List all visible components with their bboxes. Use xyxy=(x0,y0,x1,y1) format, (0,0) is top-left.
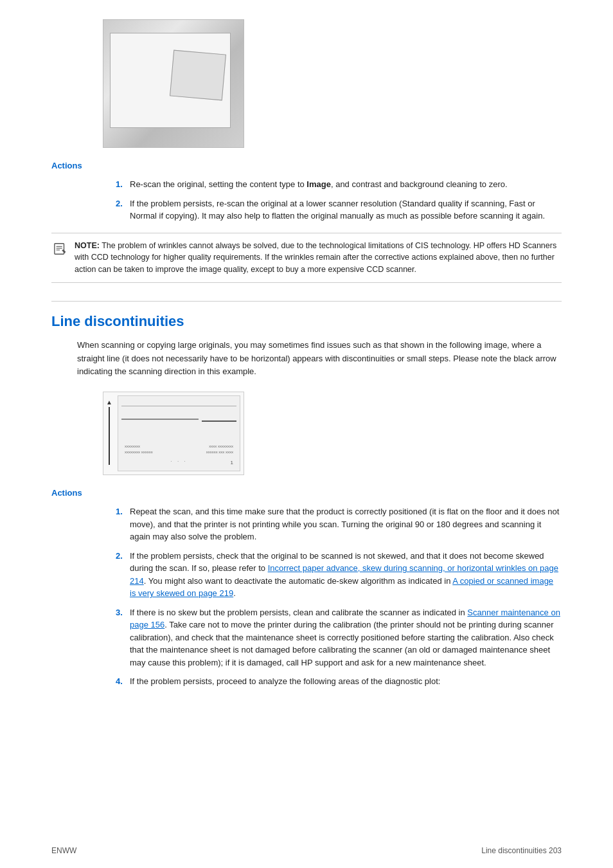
list-num: 4. xyxy=(116,675,130,688)
list-num: 2. xyxy=(116,197,130,222)
actions-heading-1: Actions xyxy=(51,161,562,170)
page-footer: ENWW Line discontinuities 203 xyxy=(51,846,562,855)
footer-left: ENWW xyxy=(51,846,76,855)
section-intro: When scanning or copying large originals… xyxy=(77,339,562,379)
scan-dots: · · · xyxy=(170,458,187,464)
note-box: NOTE: The problem of wrinkles cannot alw… xyxy=(51,233,562,283)
note-label: NOTE: xyxy=(75,241,100,250)
line-discontinuities-image: xxxxxxxxxxxxxxxx xxxxxx xxxx xxxxxxxxxxx… xyxy=(103,392,244,475)
list-text: Re-scan the original, setting the conten… xyxy=(130,178,562,191)
list-text: If the problem persists, proceed to anal… xyxy=(130,675,562,688)
link-skewed-image[interactable]: A copied or scanned image is very skewed… xyxy=(130,576,553,599)
scan-line-right xyxy=(202,420,236,422)
link-scanner-maintenance[interactable]: Scanner maintenance on page 156 xyxy=(130,608,560,630)
scan-arrow xyxy=(103,392,115,475)
section-title-line-discontinuities: Line discontinuities xyxy=(51,301,562,330)
list-num: 2. xyxy=(116,550,130,600)
list-num: 1. xyxy=(116,505,130,543)
note-body: The problem of wrinkles cannot always be… xyxy=(75,241,556,275)
footer-right: Line discontinuities 203 xyxy=(481,846,562,855)
scan-label-left: xxxxxxxxxxxxxxxx xxxxxx xyxy=(125,444,153,455)
list-text: Repeat the scan, and this time make sure… xyxy=(130,505,562,543)
list-item: 4. If the problem persists, proceed to a… xyxy=(116,675,562,688)
scan-content: xxxxxxxxxxxxxxxx xxxxxx xxxx xxxxxxxxxxx… xyxy=(118,395,240,471)
note-text: NOTE: The problem of wrinkles cannot alw… xyxy=(75,240,562,276)
actions-list-1: 1. Re-scan the original, setting the con… xyxy=(116,178,562,222)
list-text: If the problem persists, check that the … xyxy=(130,550,562,600)
list-num: 1. xyxy=(116,178,130,191)
scan-line-left xyxy=(121,419,199,420)
list-text: If the problem persists, re-scan the ori… xyxy=(130,197,562,222)
note-icon xyxy=(51,240,69,258)
list-item: 1. Repeat the scan, and this time make s… xyxy=(116,505,562,543)
top-scan-image xyxy=(103,19,244,148)
list-text: If there is no skew but the problem pers… xyxy=(130,606,562,669)
actions-heading-2: Actions xyxy=(51,488,562,498)
scan-label-right: xxxx xxxxxxxxxxxxxx xxx xxxx xyxy=(206,444,233,455)
svg-rect-0 xyxy=(55,243,64,254)
list-num: 3. xyxy=(116,606,130,669)
list-item: 2. If the problem persists, check that t… xyxy=(116,550,562,600)
actions-list-2: 1. Repeat the scan, and this time make s… xyxy=(116,505,562,688)
list-item: 1. Re-scan the original, setting the con… xyxy=(116,178,562,191)
scan-line-top xyxy=(121,406,236,406)
scan-number: 1 xyxy=(231,460,233,466)
list-item: 3. If there is no skew but the problem p… xyxy=(116,606,562,669)
list-item: 2. If the problem persists, re-scan the … xyxy=(116,197,562,222)
page-content: Actions 1. Re-scan the original, setting… xyxy=(0,0,613,737)
